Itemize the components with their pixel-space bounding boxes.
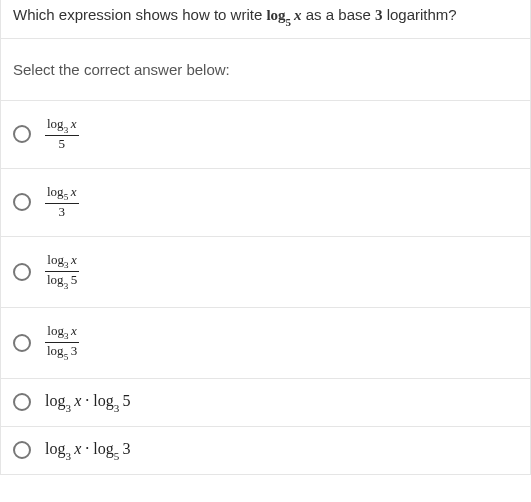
radio-icon: [13, 125, 31, 143]
answer-option-3[interactable]: log3 x log3 5: [1, 237, 530, 308]
question-text: Which expression shows how to write log5…: [1, 0, 530, 39]
option-expression: log3 x 5: [45, 117, 79, 152]
option-expression: log3 x · log3 5: [45, 392, 130, 412]
radio-icon: [13, 263, 31, 281]
quiz-container: Which expression shows how to write log5…: [0, 0, 531, 475]
radio-icon: [13, 334, 31, 352]
answer-option-1[interactable]: log3 x 5: [1, 101, 530, 169]
question-prefix: Which expression shows how to write: [13, 6, 266, 23]
answer-option-5[interactable]: log3 x · log3 5: [1, 379, 530, 427]
prompt-text: Select the correct answer below:: [1, 39, 530, 101]
radio-icon: [13, 393, 31, 411]
question-base: 3: [375, 7, 383, 23]
question-log: log5 x: [266, 7, 301, 23]
question-middle: as a base: [302, 6, 375, 23]
option-expression: log3 x · log5 3: [45, 440, 130, 460]
option-expression: log3 x log3 5: [45, 253, 79, 291]
answer-option-2[interactable]: log5 x 3: [1, 169, 530, 237]
option-expression: log3 x log5 3: [45, 324, 79, 362]
radio-icon: [13, 441, 31, 459]
answer-option-6[interactable]: log3 x · log5 3: [1, 427, 530, 475]
radio-icon: [13, 193, 31, 211]
answer-option-4[interactable]: log3 x log5 3: [1, 308, 530, 379]
option-expression: log5 x 3: [45, 185, 79, 220]
question-suffix: logarithm?: [383, 6, 457, 23]
